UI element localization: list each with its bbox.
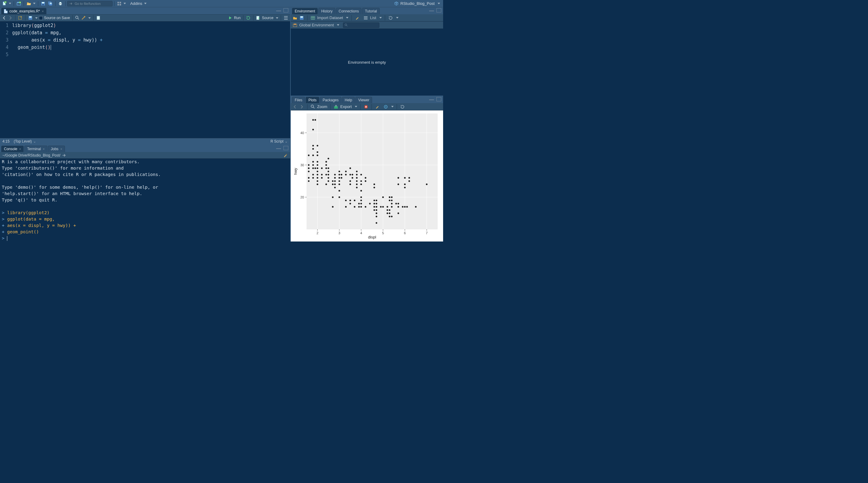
svg-point-184	[391, 206, 393, 207]
grid-button[interactable]	[116, 1, 127, 6]
find-icon[interactable]	[75, 15, 80, 20]
svg-point-77	[312, 177, 314, 179]
svg-point-28	[345, 24, 347, 26]
clear-env-icon[interactable]	[355, 15, 360, 20]
tab-packages[interactable]: Packages	[320, 97, 341, 103]
svg-point-123	[345, 170, 347, 172]
scope-label[interactable]: (Top Level)	[14, 139, 32, 143]
tab-connections[interactable]: Connections	[336, 8, 362, 14]
new-project-button[interactable]	[16, 1, 22, 6]
svg-rect-19	[29, 17, 32, 18]
clear-console-icon[interactable]	[283, 153, 288, 158]
re-run-icon[interactable]	[246, 15, 251, 20]
lang-label[interactable]: R Script	[271, 139, 283, 143]
svg-point-167	[376, 213, 377, 214]
save-workspace-icon[interactable]	[299, 15, 304, 20]
plots-pane: FilesPlotsPackagesHelpViewer Zoom Export	[291, 96, 443, 242]
svg-point-153	[365, 177, 366, 179]
goto-file-input[interactable]: Go to file/function	[67, 1, 113, 6]
load-workspace-icon[interactable]	[292, 15, 298, 20]
new-file-button[interactable]	[1, 1, 12, 6]
close-tab-icon[interactable]: ×	[43, 147, 44, 151]
tab-tutorial[interactable]: Tutorial	[362, 8, 380, 14]
svg-point-189	[398, 203, 399, 204]
tab-viewer[interactable]: Viewer	[355, 97, 372, 103]
open-file-button[interactable]	[26, 1, 36, 6]
outline-icon[interactable]	[283, 15, 288, 20]
list-view-icon[interactable]	[363, 15, 368, 20]
svg-rect-12	[60, 4, 61, 5]
export-icon[interactable]	[334, 104, 338, 109]
minimize-pane-icon[interactable]	[429, 8, 434, 11]
wand-icon[interactable]	[81, 15, 86, 20]
forward-icon[interactable]	[8, 15, 13, 20]
run-icon[interactable]	[228, 15, 233, 20]
svg-point-171	[382, 196, 383, 198]
svg-point-191	[398, 213, 399, 214]
minimize-pane-icon[interactable]	[429, 97, 434, 100]
source-toolbar: Source on Save Run Source	[0, 14, 290, 22]
zoom-icon[interactable]	[310, 104, 315, 109]
svg-point-104	[328, 180, 329, 182]
save-all-button[interactable]	[47, 1, 54, 6]
addins-menu[interactable]: Addins	[129, 1, 148, 6]
svg-point-147	[360, 184, 362, 185]
r-file-icon	[4, 9, 8, 13]
run-button[interactable]: Run	[234, 16, 241, 20]
clear-plots-icon[interactable]	[375, 104, 380, 109]
next-plot-icon[interactable]	[299, 104, 304, 109]
save-button[interactable]	[40, 1, 46, 6]
tab-files[interactable]: Files	[292, 97, 305, 103]
refresh-env-icon[interactable]	[388, 15, 393, 20]
tab-terminal[interactable]: Terminal×	[24, 146, 48, 152]
arrow-icon	[69, 2, 73, 5]
maximize-pane-icon[interactable]	[283, 8, 288, 12]
remove-plot-icon[interactable]	[364, 104, 368, 109]
tab-help[interactable]: Help	[342, 97, 355, 103]
svg-point-180	[389, 216, 390, 217]
tab-plots[interactable]: Plots	[306, 97, 319, 103]
tab-environment[interactable]: Environment	[292, 8, 318, 14]
minimize-pane-icon[interactable]	[276, 146, 281, 149]
list-view-button[interactable]: List	[370, 15, 376, 20]
refresh-plot-icon[interactable]	[400, 104, 405, 109]
print-button[interactable]	[57, 1, 64, 6]
source-script-icon[interactable]	[256, 15, 261, 20]
env-scope-bar: Global Environment	[291, 22, 443, 29]
close-tab-icon[interactable]: ×	[19, 147, 21, 151]
back-icon[interactable]	[2, 15, 7, 20]
show-in-new-icon[interactable]	[18, 15, 23, 20]
minimize-pane-icon[interactable]	[276, 8, 281, 11]
console-output[interactable]: R is a collaborative project with many c…	[0, 159, 290, 242]
source-on-save-checkbox[interactable]	[39, 16, 43, 20]
save-source-icon[interactable]	[28, 15, 33, 20]
svg-point-66	[308, 177, 310, 179]
prev-plot-icon[interactable]	[292, 104, 298, 109]
open-dir-icon[interactable]	[62, 153, 66, 158]
source-tab[interactable]: code_examples.R* ×	[1, 8, 46, 14]
close-tab-icon[interactable]: ×	[60, 147, 62, 151]
project-menu[interactable]: RStudio_Blog_Post	[394, 1, 442, 6]
svg-point-70	[312, 145, 314, 147]
import-dataset-icon[interactable]	[310, 15, 315, 20]
maximize-pane-icon[interactable]	[436, 8, 441, 12]
tab-history[interactable]: History	[318, 8, 335, 14]
svg-point-117	[338, 180, 340, 182]
scope-button[interactable]: Global Environment	[299, 23, 334, 27]
close-tab-icon[interactable]: ×	[42, 9, 44, 13]
source-button[interactable]: Source	[262, 16, 274, 20]
env-search-input[interactable]	[343, 23, 379, 28]
export-button[interactable]: Export	[340, 104, 352, 109]
publish-icon[interactable]	[383, 104, 388, 109]
svg-point-149	[360, 196, 362, 198]
zoom-button[interactable]: Zoom	[317, 104, 327, 109]
tab-console[interactable]: Console×	[1, 146, 24, 152]
maximize-pane-icon[interactable]	[436, 97, 441, 101]
import-dataset-button[interactable]: Import Dataset	[317, 15, 343, 20]
svg-point-73	[312, 161, 314, 163]
compile-report-icon[interactable]	[96, 15, 101, 20]
maximize-pane-icon[interactable]	[283, 146, 288, 150]
tab-jobs[interactable]: Jobs×	[48, 146, 65, 152]
svg-point-134	[352, 177, 353, 179]
source-editor[interactable]: 1library(ggplot2)2ggplot(data = mpg,3 ae…	[0, 22, 290, 138]
